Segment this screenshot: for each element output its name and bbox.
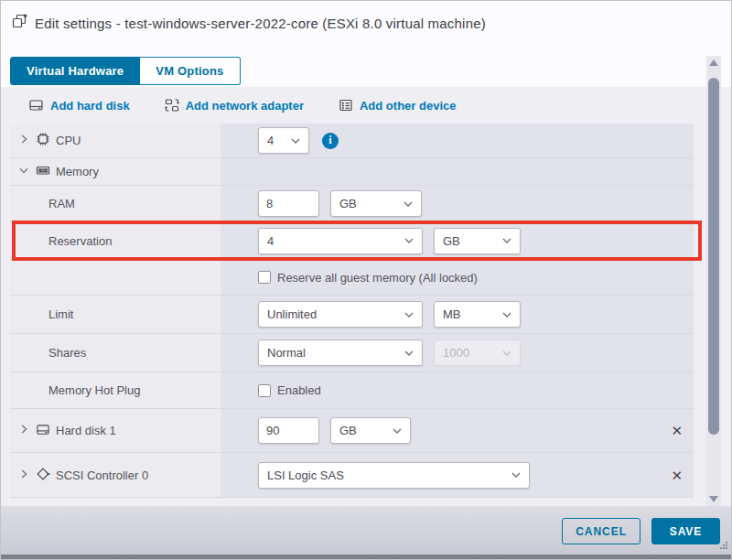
row-memory: Memory xyxy=(10,158,694,186)
remove-hard-disk-button[interactable]: ✕ xyxy=(671,424,683,437)
scsi-controller-icon xyxy=(36,467,50,484)
chevron-right-icon[interactable] xyxy=(17,423,30,438)
hard-disk-controls: GB ✕ xyxy=(221,409,694,452)
chevron-right-icon[interactable] xyxy=(17,468,30,483)
shares-label-cell: Shares xyxy=(10,334,221,372)
row-reservation: Reservation 4 GB xyxy=(10,222,694,260)
hard-disk-label: Hard disk 1 xyxy=(56,424,116,437)
cpu-count-value: 4 xyxy=(267,134,274,147)
dialog-bottom-edge xyxy=(1,555,731,559)
other-device-icon xyxy=(339,98,353,113)
reserve-all-guest-memory-label: Reserve all guest memory (All locked) xyxy=(277,271,478,285)
ram-controls: GB xyxy=(221,186,694,221)
add-other-device-label: Add other device xyxy=(360,99,456,113)
scroll-up-arrow-icon[interactable] xyxy=(709,59,718,66)
memory-hot-plug-enabled-label: Enabled xyxy=(277,383,321,397)
dialog-header: Edit settings - test-windows-server-2022… xyxy=(1,1,731,87)
limit-label-cell: Limit xyxy=(10,296,221,333)
cpu-info-icon[interactable]: i xyxy=(322,133,339,149)
scsi-controls: LSI Logic SAS ✕ xyxy=(221,453,694,497)
hardware-rows: CPU 4 i xyxy=(10,124,694,498)
scroll-down-arrow-icon[interactable] xyxy=(709,496,718,502)
reserve-all-controls: Reserve all guest memory (All locked) xyxy=(221,260,694,295)
add-network-adapter-button[interactable]: Add network adapter xyxy=(165,98,304,113)
row-ram: RAM GB xyxy=(10,186,694,222)
scsi-controller-label: SCSI Controller 0 xyxy=(56,468,148,482)
memory-controls xyxy=(221,158,694,185)
device-toolbar: Add hard disk Add network adapter xyxy=(1,87,731,124)
reservation-unit-select[interactable]: GB xyxy=(434,228,521,254)
add-hard-disk-button[interactable]: Add hard disk xyxy=(28,98,130,113)
tab-bar: Virtual Hardware VM Options xyxy=(10,57,241,85)
row-shares: Shares Normal 1000 xyxy=(10,334,694,372)
reservation-controls: 4 GB xyxy=(221,222,694,259)
hard-disk-label-cell: Hard disk 1 xyxy=(10,409,221,452)
reservation-value: 4 xyxy=(267,234,274,248)
memory-icon xyxy=(36,163,50,180)
shares-level-select[interactable]: Normal xyxy=(258,339,423,366)
add-hard-disk-label: Add hard disk xyxy=(50,99,130,113)
resize-grip-icon[interactable] xyxy=(719,541,728,550)
add-other-device-button[interactable]: Add other device xyxy=(339,98,456,113)
row-limit: Limit Unlimited MB xyxy=(10,296,694,334)
reservation-value-combobox[interactable]: 4 xyxy=(258,228,423,254)
cancel-button[interactable]: CANCEL xyxy=(562,518,640,544)
memory-hot-plug-label-cell: Memory Hot Plug xyxy=(10,372,221,408)
row-scsi-controller-0: SCSI Controller 0 LSI Logic SAS ✕ xyxy=(10,453,694,498)
vm-edit-icon xyxy=(12,14,27,33)
hard-disk-size-input[interactable] xyxy=(258,417,319,444)
cpu-label: CPU xyxy=(56,134,81,147)
ram-unit-value: GB xyxy=(339,197,357,210)
ram-label-cell: RAM xyxy=(10,186,221,221)
shares-label: Shares xyxy=(48,346,86,360)
cpu-count-select[interactable]: 4 xyxy=(258,127,309,154)
dialog-footer: CANCEL SAVE xyxy=(1,506,731,556)
memory-hot-plug-controls: Enabled xyxy=(221,372,694,408)
ram-size-input[interactable] xyxy=(258,190,319,217)
dialog-title: Edit settings - test-windows-server-2022… xyxy=(35,16,486,31)
limit-unit-value: MB xyxy=(443,307,461,321)
reservation-label: Reservation xyxy=(48,234,112,248)
cpu-icon xyxy=(36,132,50,149)
vertical-scrollbar[interactable] xyxy=(706,56,721,506)
edit-settings-dialog: Edit settings - test-windows-server-2022… xyxy=(0,0,732,560)
memory-label: Memory xyxy=(56,165,99,178)
ram-label: RAM xyxy=(48,197,75,210)
limit-value: Unlimited xyxy=(267,307,317,321)
limit-label: Limit xyxy=(48,307,73,321)
virtual-hardware-panel: Add hard disk Add network adapter xyxy=(1,87,731,506)
row-cpu: CPU 4 i xyxy=(10,124,694,158)
hard-disk-unit-select[interactable]: GB xyxy=(330,417,411,444)
reservation-unit-value: GB xyxy=(443,234,460,248)
reservation-label-cell: Reservation xyxy=(10,222,221,259)
scsi-label-cell: SCSI Controller 0 xyxy=(10,453,221,497)
titlebar: Edit settings - test-windows-server-2022… xyxy=(1,1,731,33)
save-button[interactable]: SAVE xyxy=(651,518,720,544)
row-memory-hot-plug: Memory Hot Plug Enabled xyxy=(10,372,694,409)
memory-hot-plug-checkbox[interactable] xyxy=(258,384,271,397)
shares-controls: Normal 1000 xyxy=(221,334,694,372)
network-adapter-icon xyxy=(165,98,179,113)
scrollbar-thumb[interactable] xyxy=(708,78,719,435)
row-reserve-all-guest-memory: Reserve all guest memory (All locked) xyxy=(10,260,694,296)
ram-unit-select[interactable]: GB xyxy=(330,190,422,217)
shares-custom-value: 1000 xyxy=(443,346,469,360)
remove-scsi-controller-button[interactable]: ✕ xyxy=(671,468,683,482)
chevron-right-icon[interactable] xyxy=(17,133,30,148)
chevron-down-icon[interactable] xyxy=(17,164,30,179)
scsi-type-value: LSI Logic SAS xyxy=(267,468,344,482)
limit-unit-select[interactable]: MB xyxy=(434,301,521,328)
hard-disk-icon xyxy=(36,423,50,439)
reserve-all-guest-memory-checkbox[interactable] xyxy=(258,271,271,284)
cpu-label-cell: CPU xyxy=(10,124,221,157)
limit-value-combobox[interactable]: Unlimited xyxy=(258,301,423,328)
reserve-all-label-cell xyxy=(10,260,221,295)
row-hard-disk-1: Hard disk 1 GB ✕ xyxy=(10,409,694,453)
hard-disk-unit-value: GB xyxy=(339,424,357,437)
tab-virtual-hardware[interactable]: Virtual Hardware xyxy=(10,57,140,85)
add-network-adapter-label: Add network adapter xyxy=(186,99,304,113)
memory-hot-plug-label: Memory Hot Plug xyxy=(48,383,140,397)
scsi-type-select[interactable]: LSI Logic SAS xyxy=(258,462,530,489)
shares-level-value: Normal xyxy=(267,346,306,360)
tab-vm-options[interactable]: VM Options xyxy=(140,57,240,85)
